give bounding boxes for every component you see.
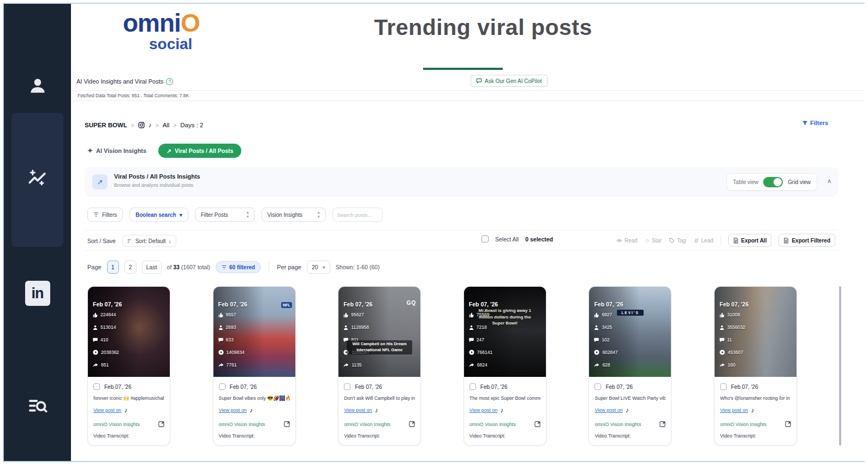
view-post-link[interactable]: View post on: [344, 407, 372, 413]
tag-action[interactable]: Tag: [669, 238, 686, 244]
vision-insights-link[interactable]: omniO Vision Insights: [469, 422, 516, 427]
sparkle-icon: ✦: [87, 147, 93, 155]
view-post-link[interactable]: View post on: [219, 407, 247, 413]
post-checkbox[interactable]: [93, 383, 100, 390]
vision-insights-link[interactable]: omniO Vision Insights: [93, 422, 140, 427]
post-thumbnail[interactable]: Feb 07, '26 9557 2693 833 1409834: [213, 287, 295, 377]
comments-stat: 247: [469, 337, 492, 342]
filters-button[interactable]: Filters: [87, 208, 123, 222]
expand-icon[interactable]: [409, 421, 415, 427]
vertical-scrollbar[interactable]: [839, 286, 841, 446]
filter-bar: Filters Boolean search ▾ Filter Posts ▴▾…: [87, 207, 383, 222]
filtered-badge[interactable]: 60 filtered: [216, 261, 261, 273]
sidebar-item-profile[interactable]: [4, 74, 71, 100]
lead-action[interactable]: Lead: [693, 238, 713, 244]
breadcrumb-root[interactable]: SUPER BOWL: [85, 122, 127, 128]
export-filtered-button[interactable]: Export Filtered: [778, 234, 835, 247]
sidebar-item-search-posts[interactable]: [4, 393, 71, 419]
expand-icon[interactable]: [284, 421, 290, 427]
post-checkbox[interactable]: [469, 383, 476, 390]
post-thumbnail[interactable]: Feb 07, '26 75569 7218 247 766141: [464, 287, 546, 377]
breadcrumb-all[interactable]: All: [163, 122, 170, 128]
select-all-checkbox[interactable]: [481, 235, 489, 243]
card-body: Feb 07, '26 Super Bowl LIVE Watch Party …: [589, 377, 671, 439]
share-arrow-icon: [720, 363, 725, 368]
collapse-chevron-icon[interactable]: ∧: [827, 178, 831, 185]
per-page-select[interactable]: 20 ▾: [307, 261, 330, 274]
tab-ai-vision-insights[interactable]: ✦ AI Vision Insights: [87, 147, 146, 155]
vision-insights-select[interactable]: Vision Insights ▴▾: [261, 208, 326, 222]
section-title: AI Video Insights and Viral Posts: [76, 78, 163, 85]
share-arrow-icon: [343, 363, 349, 368]
share-arrow-icon: [218, 363, 224, 368]
omnio-logo: omniO social: [123, 10, 243, 52]
expand-icon[interactable]: [534, 421, 540, 427]
table-view-label[interactable]: Table view: [733, 179, 759, 185]
breadcrumb-days[interactable]: Days : 2: [180, 122, 203, 128]
tiktok-icon: ♪: [249, 406, 253, 414]
page-2-button[interactable]: 2: [124, 261, 136, 274]
expand-icon[interactable]: [158, 421, 164, 427]
vision-insights-link[interactable]: omniO Vision Insights: [594, 422, 641, 427]
logo-o-ring: O: [181, 9, 200, 37]
tiktok-icon[interactable]: ♪: [148, 121, 152, 129]
search-posts-input[interactable]: [332, 208, 383, 222]
card-body: Feb 07, '26 Who's @lonamsher rooting for…: [715, 377, 796, 439]
page-last-button[interactable]: Last: [142, 261, 162, 274]
star-action[interactable]: ☆ Star: [645, 238, 662, 244]
post-card: Feb 07, '26 95627 1128958 811 1145147: [338, 286, 421, 446]
expand-icon[interactable]: [659, 421, 665, 427]
shares-stat: 160: [720, 362, 745, 368]
sort-default-button[interactable]: Sort: Default ↓: [122, 235, 176, 247]
sidebar: in: [4, 4, 71, 461]
instagram-icon[interactable]: [138, 122, 145, 128]
boolean-search-button[interactable]: Boolean search ▾: [129, 208, 188, 222]
post-thumbnail[interactable]: Feb 07, '26 6927 3425 102 602847: [589, 287, 671, 377]
trend-arrow-icon: ↗: [167, 147, 171, 154]
info-icon[interactable]: ?: [166, 78, 173, 85]
expand-icon[interactable]: [785, 421, 791, 427]
post-checkbox[interactable]: [594, 383, 601, 390]
view-post-link[interactable]: View post on: [93, 407, 121, 413]
post-card: Feb 07, '26 75569 7218 247 766141: [463, 286, 546, 446]
tab-viral-posts[interactable]: ↗ Viral Posts / All Posts: [158, 144, 241, 158]
view-post-link[interactable]: View post on: [594, 407, 622, 413]
sort-save-button[interactable]: Sort / Save: [87, 238, 116, 244]
post-thumbnail[interactable]: Feb 07, '26 95627 1128958 811 1145147: [338, 287, 420, 377]
copilot-button[interactable]: Ask Our Gen AI CoPilot: [471, 75, 548, 87]
post-thumbnail[interactable]: Feb 07, '26 31008 3556032 11 453607: [715, 287, 796, 377]
eye-icon: [616, 238, 622, 244]
filter-posts-select[interactable]: Filter Posts ▴▾: [195, 208, 255, 222]
chevron-down-icon: ▾: [180, 212, 182, 218]
sidebar-item-ai-insights[interactable]: [4, 165, 71, 194]
post-stats: 9557 2693 833 1409834 7761: [218, 312, 245, 368]
overlay-date: Feb 07, '26: [720, 301, 748, 308]
sidebar-item-linkedin[interactable]: in: [4, 280, 71, 306]
export-all-button[interactable]: Export All: [728, 234, 772, 247]
vision-insights-link[interactable]: omniO Vision Insights: [219, 422, 265, 427]
post-thumbnail[interactable]: Feb 07, '26 224844 513014 410 2038362: [88, 287, 170, 377]
grid-view-label[interactable]: Grid view: [788, 179, 811, 185]
filters-link[interactable]: Filters: [802, 120, 828, 126]
view-post-link[interactable]: View post on: [720, 407, 748, 413]
per-page-label: Per page: [277, 264, 301, 270]
page-1-button[interactable]: 1: [107, 261, 119, 274]
read-action[interactable]: Read: [616, 238, 638, 244]
shares-stat: 851: [93, 362, 119, 368]
card-body: Feb 07, '26 Don't ask Will Campbell to p…: [338, 377, 420, 439]
thumbs-up-icon: [343, 312, 348, 317]
thumbs-up-icon: [720, 312, 724, 317]
funnel-icon: [802, 120, 808, 126]
post-checkbox[interactable]: [219, 383, 225, 390]
select-all-label[interactable]: Select All: [495, 236, 519, 243]
views-stat: 2038362: [93, 350, 119, 355]
title-underline: [423, 68, 503, 70]
view-post-link[interactable]: View post on: [469, 407, 497, 413]
post-checkbox[interactable]: [720, 383, 727, 390]
card-body: Feb 07, '26 Super Bowl vibes only 😎🏈🎆🔥 #…: [213, 377, 295, 439]
post-checkbox[interactable]: [344, 383, 350, 390]
view-toggle-switch[interactable]: [763, 177, 783, 187]
vision-insights-link[interactable]: omniO Vision Insights: [344, 422, 390, 427]
vision-insights-link[interactable]: omniO Vision Insights: [720, 422, 766, 427]
video-transcript-label: Video Transcript:: [344, 433, 415, 439]
